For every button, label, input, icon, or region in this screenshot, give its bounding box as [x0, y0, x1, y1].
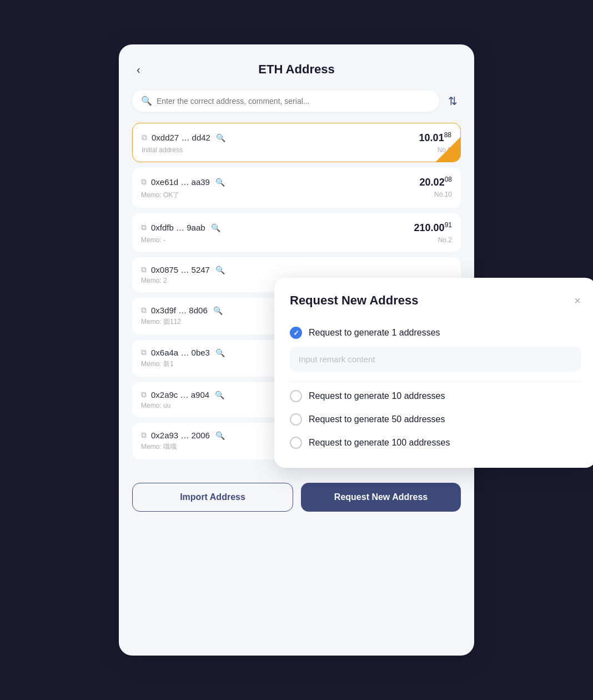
- filter-icon: ⇅: [448, 95, 458, 107]
- radio-circle: ✓: [290, 327, 302, 339]
- address-text: 0xdd27 … dd42: [152, 133, 210, 142]
- copy-icon: ⧉: [141, 265, 147, 274]
- radio-circle: [290, 437, 302, 449]
- memo-text: Memo: 哦哦: [141, 442, 177, 452]
- memo-text: Memo: 圆112: [141, 317, 181, 327]
- address-text: 0x0875 … 5247: [151, 265, 210, 274]
- address-item[interactable]: ⧉ 0xdd27 … dd42 🔍 10.0188 Initial addres…: [132, 123, 461, 162]
- address-text: 0xe61d … aa39: [151, 177, 210, 187]
- address-text: 0xfdfb … 9aab: [151, 223, 205, 232]
- memo-text: Memo: -: [141, 236, 165, 244]
- radio-label: Request to generate 50 addresses: [309, 414, 445, 424]
- address-amount: 210.0091: [414, 221, 452, 234]
- search-addr-icon: 🔍: [216, 133, 225, 142]
- search-addr-icon: 🔍: [215, 431, 225, 440]
- import-address-button[interactable]: Import Address: [132, 483, 293, 512]
- search-addr-icon: 🔍: [215, 266, 225, 274]
- radio-option[interactable]: Request to generate 10 addresses: [290, 384, 581, 408]
- address-item[interactable]: ⧉ 0xfdfb … 9aab 🔍 210.0091 Memo: - No.2: [132, 213, 461, 252]
- memo-text: Initial address: [142, 146, 183, 154]
- modal-close-button[interactable]: ×: [574, 295, 581, 306]
- corner-badge: [436, 137, 460, 162]
- radio-circle: [290, 390, 302, 402]
- search-addr-icon: 🔍: [215, 348, 225, 357]
- address-text: 0x6a4a … 0be3: [151, 348, 210, 357]
- remark-input[interactable]: [290, 347, 581, 372]
- copy-icon: ⧉: [141, 177, 147, 187]
- search-addr-icon: 🔍: [215, 391, 224, 399]
- address-text: 0x2a93 … 2006: [151, 431, 210, 440]
- search-icon: 🔍: [141, 96, 152, 106]
- header: ‹ ETH Address: [132, 62, 461, 77]
- radio-label: Request to generate 100 addresses: [309, 438, 450, 448]
- search-addr-icon: 🔍: [211, 223, 220, 232]
- search-addr-icon: 🔍: [215, 178, 225, 187]
- radio-label: Request to generate 10 addresses: [309, 391, 445, 401]
- copy-icon: ⧉: [141, 223, 147, 232]
- copy-icon: ⧉: [141, 431, 147, 440]
- search-box: 🔍: [132, 90, 439, 112]
- radio-label: Request to generate 1 addresses: [309, 328, 440, 338]
- address-no: No.10: [434, 191, 452, 200]
- modal-card: Request New Address × ✓ Request to gener…: [274, 278, 593, 468]
- divider: [290, 382, 581, 382]
- search-input[interactable]: [157, 97, 430, 106]
- address-text: 0x3d9f … 8d06: [151, 306, 208, 315]
- radio-option[interactable]: ✓ Request to generate 1 addresses: [290, 321, 581, 344]
- memo-text: Memo: 新1: [141, 359, 174, 369]
- radio-option[interactable]: Request to generate 50 addresses: [290, 408, 581, 431]
- search-addr-icon: 🔍: [213, 306, 223, 315]
- request-new-address-button[interactable]: Request New Address: [301, 483, 461, 512]
- filter-button[interactable]: ⇅: [445, 91, 461, 111]
- modal-header: Request New Address ×: [290, 293, 581, 308]
- address-no: No.2: [438, 236, 452, 244]
- modal-title: Request New Address: [290, 293, 418, 308]
- modal-options: ✓ Request to generate 1 addresses Reques…: [290, 321, 581, 454]
- radio-option[interactable]: Request to generate 100 addresses: [290, 431, 581, 454]
- copy-icon: ⧉: [141, 306, 147, 315]
- memo-text: Memo: OK了: [141, 191, 179, 200]
- radio-circle: [290, 413, 302, 426]
- memo-text: Memo: 2: [141, 277, 167, 284]
- page-title: ETH Address: [258, 62, 334, 77]
- copy-icon: ⧉: [141, 390, 147, 399]
- memo-text: Memo: uu: [141, 402, 170, 409]
- copy-icon: ⧉: [142, 133, 147, 142]
- radio-check-mark: ✓: [293, 329, 299, 337]
- copy-icon: ⧉: [141, 348, 147, 357]
- back-button[interactable]: ‹: [132, 61, 145, 78]
- address-item[interactable]: ⧉ 0xe61d … aa39 🔍 20.0208 Memo: OK了 No.1…: [132, 168, 461, 208]
- search-row: 🔍 ⇅: [132, 90, 461, 112]
- footer-buttons: Import Address Request New Address: [132, 478, 461, 512]
- address-amount: 20.0208: [420, 176, 452, 188]
- address-text: 0x2a9c … a904: [151, 390, 209, 399]
- main-card: ‹ ETH Address 🔍 ⇅ ⧉ 0xdd27 … dd42 🔍 10.0…: [119, 44, 474, 656]
